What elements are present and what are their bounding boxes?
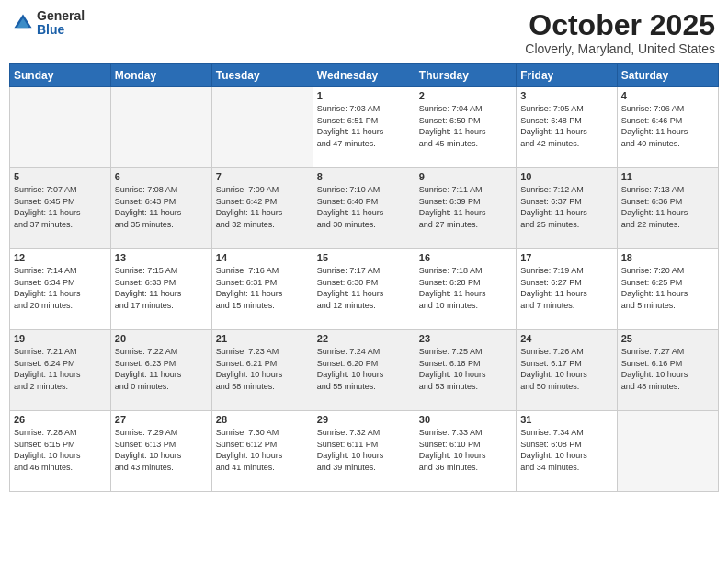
day-number: 21 <box>216 333 309 344</box>
day-number: 17 <box>520 252 612 263</box>
header-row: SundayMondayTuesdayWednesdayThursdayFrid… <box>10 64 719 87</box>
day-number: 18 <box>621 252 714 263</box>
day-info: Sunrise: 7:17 AM Sunset: 6:30 PM Dayligh… <box>317 265 411 311</box>
day-number: 2 <box>419 90 512 101</box>
weekday-header: Thursday <box>415 64 516 87</box>
calendar-day-cell: 9Sunrise: 7:11 AM Sunset: 6:39 PM Daylig… <box>415 168 516 249</box>
calendar-week-row: 26Sunrise: 7:28 AM Sunset: 6:15 PM Dayli… <box>10 411 719 492</box>
day-info: Sunrise: 7:24 AM Sunset: 6:20 PM Dayligh… <box>317 346 411 392</box>
weekday-header: Wednesday <box>313 64 415 87</box>
day-number: 1 <box>317 90 411 101</box>
calendar-week-row: 5Sunrise: 7:07 AM Sunset: 6:45 PM Daylig… <box>10 168 719 249</box>
day-number: 11 <box>621 171 714 182</box>
day-number: 20 <box>115 333 208 344</box>
day-number: 13 <box>115 252 208 263</box>
calendar-day-cell: 18Sunrise: 7:20 AM Sunset: 6:25 PM Dayli… <box>617 249 718 330</box>
day-info: Sunrise: 7:29 AM Sunset: 6:13 PM Dayligh… <box>115 427 208 473</box>
day-info: Sunrise: 7:11 AM Sunset: 6:39 PM Dayligh… <box>419 184 512 230</box>
day-info: Sunrise: 7:16 AM Sunset: 6:31 PM Dayligh… <box>216 265 309 311</box>
day-info: Sunrise: 7:18 AM Sunset: 6:28 PM Dayligh… <box>419 265 512 311</box>
day-info: Sunrise: 7:08 AM Sunset: 6:43 PM Dayligh… <box>115 184 208 230</box>
calendar-day-cell: 3Sunrise: 7:05 AM Sunset: 6:48 PM Daylig… <box>517 87 617 168</box>
calendar-day-cell: 6Sunrise: 7:08 AM Sunset: 6:43 PM Daylig… <box>110 168 211 249</box>
day-number: 14 <box>216 252 309 263</box>
day-number: 12 <box>14 252 107 263</box>
calendar-day-cell: 31Sunrise: 7:34 AM Sunset: 6:08 PM Dayli… <box>517 411 617 492</box>
day-info: Sunrise: 7:12 AM Sunset: 6:37 PM Dayligh… <box>520 184 612 230</box>
day-info: Sunrise: 7:25 AM Sunset: 6:18 PM Dayligh… <box>419 346 512 392</box>
day-number: 10 <box>520 171 612 182</box>
calendar-day-cell <box>617 411 718 492</box>
weekday-header: Tuesday <box>211 64 313 87</box>
calendar-table: SundayMondayTuesdayWednesdayThursdayFrid… <box>9 63 719 492</box>
logo-general: General <box>37 9 85 23</box>
calendar-day-cell: 29Sunrise: 7:32 AM Sunset: 6:11 PM Dayli… <box>313 411 415 492</box>
calendar-day-cell: 30Sunrise: 7:33 AM Sunset: 6:10 PM Dayli… <box>415 411 516 492</box>
calendar-day-cell: 19Sunrise: 7:21 AM Sunset: 6:24 PM Dayli… <box>10 330 111 411</box>
calendar-day-cell: 8Sunrise: 7:10 AM Sunset: 6:40 PM Daylig… <box>313 168 415 249</box>
calendar-day-cell: 11Sunrise: 7:13 AM Sunset: 6:36 PM Dayli… <box>617 168 718 249</box>
day-info: Sunrise: 7:21 AM Sunset: 6:24 PM Dayligh… <box>14 346 107 392</box>
day-number: 26 <box>14 414 107 425</box>
day-number: 23 <box>419 333 512 344</box>
calendar-day-cell: 1Sunrise: 7:03 AM Sunset: 6:51 PM Daylig… <box>313 87 415 168</box>
calendar-day-cell: 22Sunrise: 7:24 AM Sunset: 6:20 PM Dayli… <box>313 330 415 411</box>
day-info: Sunrise: 7:34 AM Sunset: 6:08 PM Dayligh… <box>520 427 612 473</box>
calendar-day-cell: 26Sunrise: 7:28 AM Sunset: 6:15 PM Dayli… <box>10 411 111 492</box>
weekday-header: Saturday <box>617 64 718 87</box>
calendar-day-cell <box>10 87 111 168</box>
calendar-day-cell: 5Sunrise: 7:07 AM Sunset: 6:45 PM Daylig… <box>10 168 111 249</box>
day-number: 28 <box>216 414 309 425</box>
day-number: 9 <box>419 171 512 182</box>
weekday-header: Friday <box>517 64 617 87</box>
calendar-day-cell: 7Sunrise: 7:09 AM Sunset: 6:42 PM Daylig… <box>211 168 313 249</box>
calendar-day-cell: 16Sunrise: 7:18 AM Sunset: 6:28 PM Dayli… <box>415 249 516 330</box>
logo: General Blue <box>13 9 85 38</box>
day-number: 16 <box>419 252 512 263</box>
day-info: Sunrise: 7:15 AM Sunset: 6:33 PM Dayligh… <box>115 265 208 311</box>
day-info: Sunrise: 7:28 AM Sunset: 6:15 PM Dayligh… <box>14 427 107 473</box>
day-number: 24 <box>520 333 612 344</box>
calendar-day-cell: 15Sunrise: 7:17 AM Sunset: 6:30 PM Dayli… <box>313 249 415 330</box>
calendar-day-cell: 24Sunrise: 7:26 AM Sunset: 6:17 PM Dayli… <box>517 330 617 411</box>
logo-text: General Blue <box>37 9 85 38</box>
calendar-day-cell: 10Sunrise: 7:12 AM Sunset: 6:37 PM Dayli… <box>517 168 617 249</box>
day-info: Sunrise: 7:22 AM Sunset: 6:23 PM Dayligh… <box>115 346 208 392</box>
day-info: Sunrise: 7:14 AM Sunset: 6:34 PM Dayligh… <box>14 265 107 311</box>
day-number: 25 <box>621 333 714 344</box>
day-number: 15 <box>317 252 411 263</box>
day-number: 6 <box>115 171 208 182</box>
calendar-day-cell: 13Sunrise: 7:15 AM Sunset: 6:33 PM Dayli… <box>110 249 211 330</box>
day-info: Sunrise: 7:20 AM Sunset: 6:25 PM Dayligh… <box>621 265 714 311</box>
day-info: Sunrise: 7:05 AM Sunset: 6:48 PM Dayligh… <box>520 103 612 149</box>
calendar-day-cell <box>110 87 211 168</box>
day-info: Sunrise: 7:23 AM Sunset: 6:21 PM Dayligh… <box>216 346 309 392</box>
location: Cloverly, Maryland, United States <box>525 41 715 56</box>
day-number: 31 <box>520 414 612 425</box>
day-info: Sunrise: 7:09 AM Sunset: 6:42 PM Dayligh… <box>216 184 309 230</box>
weekday-header: Sunday <box>10 64 111 87</box>
day-number: 4 <box>621 90 714 101</box>
calendar-day-cell: 21Sunrise: 7:23 AM Sunset: 6:21 PM Dayli… <box>211 330 313 411</box>
calendar-week-row: 19Sunrise: 7:21 AM Sunset: 6:24 PM Dayli… <box>10 330 719 411</box>
logo-blue: Blue <box>37 23 85 37</box>
day-number: 27 <box>115 414 208 425</box>
day-info: Sunrise: 7:26 AM Sunset: 6:17 PM Dayligh… <box>520 346 612 392</box>
day-info: Sunrise: 7:03 AM Sunset: 6:51 PM Dayligh… <box>317 103 411 149</box>
day-info: Sunrise: 7:07 AM Sunset: 6:45 PM Dayligh… <box>14 184 107 230</box>
title-area: October 2025 Cloverly, Maryland, United … <box>525 9 715 56</box>
day-info: Sunrise: 7:13 AM Sunset: 6:36 PM Dayligh… <box>621 184 714 230</box>
calendar-week-row: 12Sunrise: 7:14 AM Sunset: 6:34 PM Dayli… <box>10 249 719 330</box>
day-number: 8 <box>317 171 411 182</box>
day-number: 7 <box>216 171 309 182</box>
day-info: Sunrise: 7:06 AM Sunset: 6:46 PM Dayligh… <box>621 103 714 149</box>
day-info: Sunrise: 7:04 AM Sunset: 6:50 PM Dayligh… <box>419 103 512 149</box>
calendar-day-cell: 17Sunrise: 7:19 AM Sunset: 6:27 PM Dayli… <box>517 249 617 330</box>
day-info: Sunrise: 7:19 AM Sunset: 6:27 PM Dayligh… <box>520 265 612 311</box>
calendar-day-cell: 27Sunrise: 7:29 AM Sunset: 6:13 PM Dayli… <box>110 411 211 492</box>
day-number: 3 <box>520 90 612 101</box>
day-info: Sunrise: 7:10 AM Sunset: 6:40 PM Dayligh… <box>317 184 411 230</box>
calendar-day-cell: 23Sunrise: 7:25 AM Sunset: 6:18 PM Dayli… <box>415 330 516 411</box>
day-info: Sunrise: 7:30 AM Sunset: 6:12 PM Dayligh… <box>216 427 309 473</box>
day-number: 30 <box>419 414 512 425</box>
